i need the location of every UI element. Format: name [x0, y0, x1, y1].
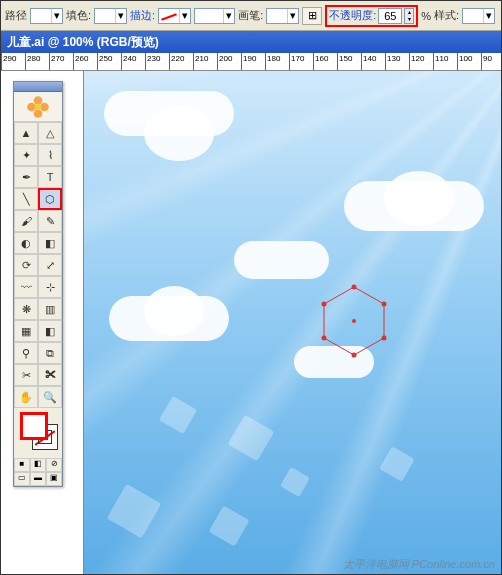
screen-mode-row: ▭ ▬ ▣ [14, 472, 62, 486]
direct-selection-tool-icon[interactable]: △ [38, 122, 62, 144]
svg-point-2 [382, 302, 387, 307]
svg-point-4 [352, 353, 357, 358]
options-bar: 路径 ▾ 填色: ▾ 描边: ▾ ▾ 画笔: ▾ ⊞ 不透明度: ▴▾ % 样式… [1, 1, 501, 31]
cloud [384, 171, 454, 226]
style-label: 样式: [434, 8, 459, 23]
hand-tool-icon[interactable]: ✋ [14, 386, 38, 408]
style-dropdown[interactable]: ▾ [462, 8, 495, 24]
svg-point-1 [352, 285, 357, 290]
graph-tool-icon[interactable]: ▥ [38, 298, 62, 320]
stroke-label: 描边: [130, 8, 155, 23]
svg-point-6 [322, 302, 327, 307]
screen-mode-normal-icon[interactable]: ▭ [14, 472, 30, 486]
cloud [144, 286, 204, 336]
ruler-tick: 120 [409, 53, 410, 71]
canvas[interactable] [83, 71, 501, 575]
tool-grid: ▲ △ ✦ ⌇ ✒ T ╲ ⬡ 🖌 ✎ ◐ ◧ ⟳ ⤢ 〰 ⊹ ❋ ▥ ▦ ◧ … [14, 122, 62, 408]
ruler-tick: 220 [169, 53, 170, 71]
scissors-tool-icon[interactable]: ✀ [38, 364, 62, 386]
paintbrush-tool-icon[interactable]: 🖌 [14, 210, 38, 232]
ruler-tick: 240 [121, 53, 122, 71]
color-mode-none-icon[interactable]: ⊘ [46, 458, 62, 472]
ruler-tick: 290 [1, 53, 2, 71]
ruler-tick: 230 [145, 53, 146, 71]
ruler-tick: 260 [73, 53, 74, 71]
color-mode-solid-icon[interactable]: ■ [14, 458, 30, 472]
ruler-tick: 180 [265, 53, 266, 71]
ruler-tick: 280 [25, 53, 26, 71]
svg-point-7 [352, 319, 356, 323]
gradient-tool-icon[interactable]: ◧ [38, 320, 62, 342]
selected-hexagon-shape[interactable] [314, 281, 394, 361]
color-mode-gradient-icon[interactable]: ◧ [30, 458, 46, 472]
document-title: 儿童.ai @ 100% (RGB/预览) [7, 34, 159, 51]
svg-point-5 [322, 336, 327, 341]
horizontal-ruler: 2902802702602502402302202102001901801701… [1, 53, 501, 71]
tool-panel-grip[interactable] [14, 82, 62, 92]
ruler-tick: 140 [361, 53, 362, 71]
zoom-tool-icon[interactable]: 🔍 [38, 386, 62, 408]
eraser-tool-icon[interactable]: ◧ [38, 232, 62, 254]
line-tool-icon[interactable]: ╲ [14, 188, 38, 210]
opacity-label: 不透明度: [329, 8, 376, 23]
fill-label: 填色: [66, 8, 91, 23]
ruler-tick: 170 [289, 53, 290, 71]
document-title-bar: 儿童.ai @ 100% (RGB/预览) [1, 31, 501, 53]
mesh-tool-icon[interactable]: ▦ [14, 320, 38, 342]
ruler-tick: 160 [313, 53, 314, 71]
warp-tool-icon[interactable]: 〰 [14, 276, 38, 298]
fill-swatch[interactable]: ▾ [94, 8, 127, 24]
color-mode-row: ■ ◧ ⊘ [14, 458, 62, 472]
pencil-tool-icon[interactable]: ✎ [38, 210, 62, 232]
svg-point-11 [27, 102, 36, 111]
slice-tool-icon[interactable]: ✂ [14, 364, 38, 386]
opacity-highlight: 不透明度: ▴▾ [325, 5, 418, 27]
ruler-tick: 150 [337, 53, 338, 71]
app-logo [14, 92, 62, 122]
selection-tool-icon[interactable]: ▲ [14, 122, 38, 144]
blend-tool-icon[interactable]: ⧉ [38, 342, 62, 364]
workspace: ▲ △ ✦ ⌇ ✒ T ╲ ⬡ 🖌 ✎ ◐ ◧ ⟳ ⤢ 〰 ⊹ ❋ ▥ ▦ ◧ … [1, 71, 501, 575]
symbol-sprayer-tool-icon[interactable]: ❋ [14, 298, 38, 320]
magic-wand-tool-icon[interactable]: ✦ [14, 144, 38, 166]
ruler-tick: 190 [241, 53, 242, 71]
brush-dropdown[interactable]: ▾ [266, 8, 299, 24]
rotate-tool-icon[interactable]: ⟳ [14, 254, 38, 276]
svg-point-8 [34, 96, 43, 105]
stroke-weight-dropdown[interactable]: ▾ [194, 8, 235, 24]
ruler-tick: 200 [217, 53, 218, 71]
ruler-tick: 210 [193, 53, 194, 71]
tool-panel: ▲ △ ✦ ⌇ ✒ T ╲ ⬡ 🖌 ✎ ◐ ◧ ⟳ ⤢ 〰 ⊹ ❋ ▥ ▦ ◧ … [13, 81, 63, 487]
brush-label: 画笔: [238, 8, 263, 23]
lasso-tool-icon[interactable]: ⌇ [38, 144, 62, 166]
ruler-tick: 270 [49, 53, 50, 71]
opacity-input[interactable] [378, 8, 402, 24]
pen-tool-icon[interactable]: ✒ [14, 166, 38, 188]
ruler-tick: 90 [481, 53, 482, 71]
screen-mode-full-icon[interactable]: ▬ [30, 472, 46, 486]
type-tool-icon[interactable]: T [38, 166, 62, 188]
stroke-swatch[interactable]: ▾ [158, 8, 191, 24]
screen-mode-present-icon[interactable]: ▣ [46, 472, 62, 486]
path-label: 路径 [5, 8, 27, 23]
scale-tool-icon[interactable]: ⤢ [38, 254, 62, 276]
cloud [234, 241, 329, 279]
svg-point-10 [34, 109, 43, 118]
fill-color-box[interactable] [20, 412, 48, 440]
ruler-tick: 100 [457, 53, 458, 71]
svg-point-12 [35, 103, 42, 110]
eyedropper-tool-icon[interactable]: ⚲ [14, 342, 38, 364]
svg-point-9 [40, 102, 49, 111]
svg-point-3 [382, 336, 387, 341]
polygon-tool-icon[interactable]: ⬡ [38, 188, 62, 210]
ruler-tick: 110 [433, 53, 434, 71]
free-transform-tool-icon[interactable]: ⊹ [38, 276, 62, 298]
path-dropdown[interactable]: ▾ [30, 8, 63, 24]
cloud [144, 106, 214, 161]
blob-brush-tool-icon[interactable]: ◐ [14, 232, 38, 254]
fill-stroke-control[interactable] [14, 408, 62, 458]
watermark: 太平洋电脑网 PConline.com.cn [343, 557, 495, 572]
brush-options-icon[interactable]: ⊞ [302, 7, 322, 25]
opacity-spinner[interactable]: ▴▾ [404, 8, 414, 24]
opacity-unit: % [421, 10, 431, 22]
